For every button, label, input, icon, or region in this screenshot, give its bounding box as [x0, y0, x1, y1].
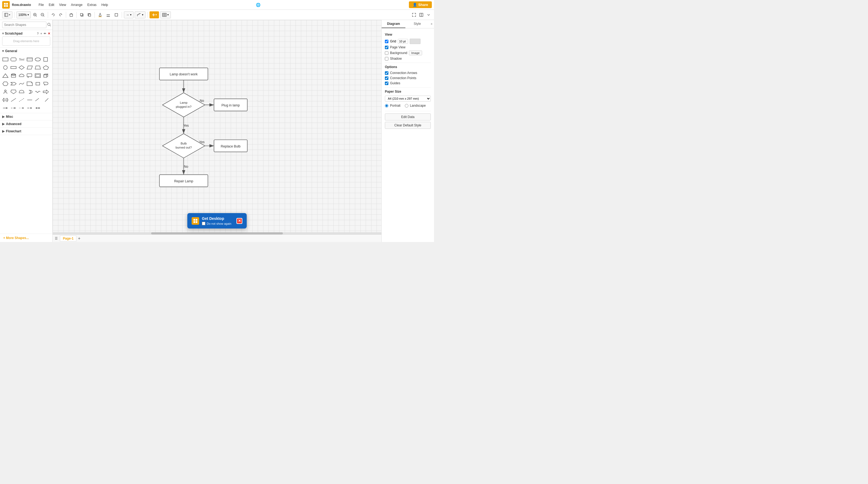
shape-text[interactable]: Text	[18, 56, 25, 63]
shape-square[interactable]	[42, 56, 50, 63]
shape-person[interactable]	[2, 88, 9, 95]
shape-chevron[interactable]	[10, 80, 17, 87]
background-image-button[interactable]: Image	[409, 51, 422, 55]
connection-arrows-checkbox[interactable]	[385, 71, 389, 75]
shape-circle[interactable]	[2, 64, 9, 71]
zoom-dropdown[interactable]: 100% ▾	[17, 11, 31, 18]
grid-checkbox[interactable]	[385, 40, 389, 43]
shape-line-45[interactable]	[34, 96, 41, 104]
shape-arrow-two-way[interactable]	[2, 96, 9, 104]
menu-extras[interactable]: Extras	[85, 2, 99, 8]
shape-squiggle[interactable]	[34, 88, 41, 95]
shadow-checkbox[interactable]	[385, 57, 389, 60]
to-front-button[interactable]	[79, 11, 85, 18]
toast-close-button[interactable]: ✕	[237, 218, 242, 224]
zoom-out-button[interactable]	[39, 11, 46, 18]
line-color-button[interactable]	[105, 11, 112, 18]
shape-pentagon[interactable]	[42, 64, 50, 71]
shape-dotted-diagonal[interactable]	[18, 96, 25, 104]
shape-rounded-rect[interactable]	[10, 56, 17, 63]
shape-trapezoid[interactable]	[34, 64, 41, 71]
menu-edit[interactable]: Edit	[46, 2, 56, 8]
grid-value-input[interactable]	[398, 39, 408, 44]
scratchpad-clear-icon[interactable]: ✕	[48, 32, 50, 35]
shape-crescent[interactable]	[26, 88, 33, 95]
add-page-button[interactable]: +	[76, 236, 82, 241]
shadow-button[interactable]	[113, 11, 120, 18]
arrow-style-button[interactable]: → ▾	[124, 11, 133, 18]
more-shapes-button[interactable]: + More Shapes...	[0, 234, 52, 242]
sidebar-toggle-button[interactable]: ▾	[2, 11, 12, 18]
advanced-section-title[interactable]: ▶ Advanced	[0, 120, 52, 127]
shape-bubble[interactable]	[42, 80, 50, 87]
delete-button[interactable]	[68, 11, 74, 18]
page-menu-button[interactable]: ☰	[55, 236, 58, 240]
shape-small-rect[interactable]	[34, 80, 41, 87]
shape-dashed-arrow[interactable]	[10, 104, 17, 112]
search-input[interactable]	[2, 22, 46, 28]
clear-default-style-button[interactable]: Clear Default Style	[385, 122, 431, 129]
shape-internal-box[interactable]	[34, 72, 41, 79]
connection-points-checkbox[interactable]	[385, 77, 389, 80]
table-button[interactable]: ▾	[160, 11, 171, 18]
tab-style[interactable]: Style	[405, 20, 429, 28]
horizontal-scrollbar[interactable]	[53, 232, 381, 234]
menu-file[interactable]: File	[36, 2, 46, 8]
tab-diagram[interactable]: Diagram	[382, 20, 405, 28]
portrait-radio[interactable]	[385, 104, 389, 108]
shape-triangle[interactable]	[2, 72, 9, 79]
shape-diamond[interactable]	[18, 64, 25, 71]
background-checkbox[interactable]	[385, 51, 389, 55]
flowchart-section-title[interactable]: ▶ Flowchart	[0, 128, 52, 135]
collapse-panel-button[interactable]	[425, 11, 432, 18]
menu-help[interactable]: Help	[99, 2, 111, 8]
shape-parallelogram[interactable]	[26, 64, 33, 71]
shape-diagonal-line[interactable]	[10, 96, 17, 104]
zoom-in-button[interactable]	[32, 11, 38, 18]
connector-style-button[interactable]: ▾	[135, 11, 146, 18]
scratchpad-header[interactable]: ▾ Scratchpad ? + ✏ ✕	[2, 32, 50, 35]
general-section-title[interactable]: ▾ General	[0, 48, 52, 55]
guides-checkbox[interactable]	[385, 82, 389, 85]
page-tab-1[interactable]: Page-1	[60, 235, 76, 241]
page-view-checkbox[interactable]	[385, 46, 389, 49]
globe-icon[interactable]: 🌐	[256, 3, 260, 7]
undo-button[interactable]	[50, 11, 56, 18]
landscape-radio[interactable]	[405, 104, 408, 108]
canvas-area[interactable]: Lamp doesn't work Lamp plugged in? No Pl…	[53, 20, 381, 242]
search-icon-button[interactable]	[46, 22, 52, 28]
edit-data-button[interactable]: Edit Data	[385, 113, 431, 120]
shape-long-dashed-arrow[interactable]	[26, 104, 33, 112]
paper-size-select[interactable]: A4 (210 mm x 297 mm)	[385, 95, 431, 102]
grid-color-box[interactable]	[410, 39, 421, 44]
scratchpad-edit-icon[interactable]: ✏	[44, 32, 46, 35]
scratchpad-help-icon[interactable]: ?	[37, 32, 39, 35]
fullscreen-button[interactable]	[411, 11, 417, 18]
shape-note[interactable]	[26, 80, 33, 87]
right-panel-close-button[interactable]: ×	[429, 20, 434, 28]
shape-semicircle[interactable]	[18, 88, 25, 95]
scrollbar-thumb[interactable]	[151, 232, 283, 234]
shape-arrow-line[interactable]	[2, 104, 9, 112]
shape-arrow-both-ends[interactable]	[34, 104, 41, 112]
redo-button[interactable]	[58, 11, 64, 18]
toast-do-not-show-checkbox[interactable]	[202, 222, 206, 225]
shape-cloud[interactable]	[18, 72, 25, 79]
add-button[interactable]: ▾	[150, 11, 159, 18]
menu-view[interactable]: View	[57, 2, 68, 8]
shape-3d-box[interactable]	[42, 72, 50, 79]
shape-arrow-right[interactable]	[42, 88, 50, 95]
shape-rectangle[interactable]	[2, 56, 9, 63]
shape-cylinder[interactable]	[10, 72, 17, 79]
shape-hexagon[interactable]	[2, 80, 9, 87]
shape-ellipse[interactable]	[34, 56, 41, 63]
shape-line-back-diag[interactable]	[42, 96, 50, 104]
fill-color-button[interactable]	[97, 11, 104, 18]
shape-titled-box[interactable]	[26, 56, 33, 63]
shape-callout[interactable]	[26, 72, 33, 79]
scratchpad-add-icon[interactable]: +	[40, 32, 42, 35]
shape-dotted-arrow[interactable]	[18, 104, 25, 112]
split-view-button[interactable]	[418, 11, 425, 18]
shape-wide-rect[interactable]	[10, 64, 17, 71]
canvas[interactable]: Lamp doesn't work Lamp plugged in? No Pl…	[53, 20, 381, 242]
